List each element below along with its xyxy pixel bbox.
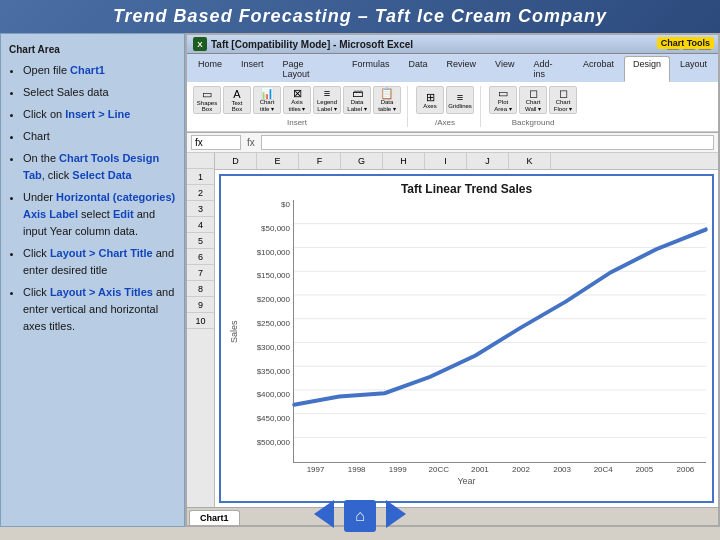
text-box-button[interactable]: A TextBox xyxy=(223,86,251,114)
tab-page-layout[interactable]: Page Layout xyxy=(274,56,343,82)
tab-layout[interactable]: Layout xyxy=(671,56,716,82)
chart-area-label: Chart Area xyxy=(9,42,176,58)
excel-title-left: X Taft [Compatibility Mode] - Microsoft … xyxy=(193,37,413,51)
axis-label: Axistitles ▾ xyxy=(288,99,305,112)
y-tick: $250,000 xyxy=(241,319,293,328)
background-group-label: Background xyxy=(512,118,555,127)
tab-view[interactable]: View xyxy=(486,56,523,82)
list-item: On the Chart Tools Design Tab, click Sel… xyxy=(23,150,176,184)
list-item: Select Sales data xyxy=(23,84,176,101)
ribbon-content: ▭ ShapesBox A TextBox 📊 Charttitle ▾ xyxy=(187,82,718,132)
x-tick: 20C4 xyxy=(583,465,624,474)
y-tick: $0 xyxy=(241,200,293,209)
col-header-k: K xyxy=(509,153,551,169)
tab-data[interactable]: Data xyxy=(400,56,437,82)
gridlines-icon: ≡ xyxy=(457,92,463,103)
shapes-label: ShapesBox xyxy=(197,100,217,112)
insert-group-label: Insert xyxy=(287,118,307,127)
y-axis-ticks: $500,000 $450,000 $400,000 $350,000 $300… xyxy=(241,200,293,463)
background-buttons: ▭ PlotArea ▾ ◻ ChartWall ▾ ◻ ChartFloor … xyxy=(489,86,577,114)
home-button[interactable]: ⌂ xyxy=(344,500,376,532)
data-label-button[interactable]: 🗃 DataLabel ▾ xyxy=(343,86,371,114)
sheet-tab-chart1[interactable]: Chart1 xyxy=(189,510,240,525)
name-box[interactable] xyxy=(191,135,241,150)
list-item: Under Horizontal (categories) Axis Label… xyxy=(23,189,176,240)
col-header-j: J xyxy=(467,153,509,169)
list-item: Click Layout > Chart Title and enter des… xyxy=(23,245,176,279)
axes-buttons: ⊞ Axes ≡ Gridlines xyxy=(416,86,474,114)
row-number: 1 xyxy=(187,169,214,185)
axes-button[interactable]: ⊞ Axes xyxy=(416,86,444,114)
data-label-text: DataLabel ▾ xyxy=(347,99,366,112)
chart-wall-button[interactable]: ◻ ChartWall ▾ xyxy=(519,86,547,114)
tab-addins[interactable]: Add-ins xyxy=(524,56,572,82)
col-header-f: F xyxy=(299,153,341,169)
text-icon: A xyxy=(233,89,240,100)
row-number: 9 xyxy=(187,297,214,313)
col-header-d: D xyxy=(215,153,257,169)
row-number: 2 xyxy=(187,185,214,201)
x-tick: 2006 xyxy=(665,465,706,474)
chart-title-icon: 📊 xyxy=(260,88,274,99)
chart-title-button[interactable]: 📊 Charttitle ▾ xyxy=(253,86,281,114)
col-header-h: H xyxy=(383,153,425,169)
row-number: 3 xyxy=(187,201,214,217)
plot-area-icon: ▭ xyxy=(498,88,508,99)
col-header-e: E xyxy=(257,153,299,169)
tab-insert[interactable]: Insert xyxy=(232,56,273,82)
row-number: 7 xyxy=(187,265,214,281)
spreadsheet-area: 1 2 3 4 5 6 7 8 9 10 D E F G H I J xyxy=(187,153,718,507)
slide-title: Trend Based Forecasting – Taft Ice Cream… xyxy=(0,0,720,33)
x-tick: 1999 xyxy=(377,465,418,474)
col-header-spacer xyxy=(187,153,214,169)
plot-area-button[interactable]: ▭ PlotArea ▾ xyxy=(489,86,517,114)
ribbon-group-axes: ⊞ Axes ≡ Gridlines /Axes xyxy=(416,86,481,127)
spreadsheet-main: D E F G H I J K Taft Linear Trend Sales … xyxy=(215,153,718,507)
main-content: Chart Area Open file Chart1 Select Sales… xyxy=(0,33,720,527)
insert-buttons: ▭ ShapesBox A TextBox 📊 Charttitle ▾ xyxy=(193,86,401,114)
fx-button[interactable]: fx xyxy=(245,137,257,148)
list-item: Click Layout > Axis Titles and enter ver… xyxy=(23,284,176,335)
legend-button[interactable]: ≡ LegendLabel ▾ xyxy=(313,86,341,114)
prev-button[interactable] xyxy=(314,500,334,528)
data-table-button[interactable]: 📋 Datatable ▾ xyxy=(373,86,401,114)
next-button[interactable] xyxy=(386,500,406,528)
chart-floor-button[interactable]: ◻ ChartFloor ▾ xyxy=(549,86,577,114)
text-label: TextBox xyxy=(231,100,242,112)
gridlines-button[interactable]: ≡ Gridlines xyxy=(446,86,474,114)
col-header-g: G xyxy=(341,153,383,169)
y-tick: $50,000 xyxy=(241,224,293,233)
tab-review[interactable]: Review xyxy=(438,56,486,82)
x-tick: 2005 xyxy=(624,465,665,474)
y-tick: $500,000 xyxy=(241,438,293,447)
tab-home[interactable]: Home xyxy=(189,56,231,82)
chart-box[interactable]: Taft Linear Trend Sales Sales $500,000 $… xyxy=(219,174,714,503)
chart-floor-icon: ◻ xyxy=(559,88,568,99)
x-tick: 20CC xyxy=(418,465,459,474)
title-text: Trend Based Forecasting – Taft Ice Cream… xyxy=(113,6,607,26)
row-number: 4 xyxy=(187,217,214,233)
ribbon-group-background: ▭ PlotArea ▾ ◻ ChartWall ▾ ◻ ChartFloor … xyxy=(489,86,583,127)
data-table-label: Datatable ▾ xyxy=(378,99,396,112)
row-number: 8 xyxy=(187,281,214,297)
x-tick: 2003 xyxy=(542,465,583,474)
formula-input[interactable] xyxy=(261,135,714,150)
chart-title-label: Charttitle ▾ xyxy=(260,99,275,112)
col-header-i: I xyxy=(425,153,467,169)
gridlines-label: Gridlines xyxy=(448,103,472,109)
axes-group-label: /Axes xyxy=(435,118,455,127)
axis-titles-button[interactable]: ⊠ Axistitles ▾ xyxy=(283,86,311,114)
chart-plot xyxy=(293,200,706,463)
tab-design[interactable]: Design xyxy=(624,56,670,82)
tab-formulas[interactable]: Formulas xyxy=(343,56,399,82)
x-axis-area: 1997 1998 1999 20CC 2001 2002 2003 20C4 … xyxy=(295,463,706,474)
axes-btn-label: Axes xyxy=(423,103,436,109)
row-headers: 1 2 3 4 5 6 7 8 9 10 xyxy=(187,153,215,507)
legend-label: LegendLabel ▾ xyxy=(317,99,337,112)
chart-wall-label: ChartWall ▾ xyxy=(525,99,541,112)
chart-container: Taft Linear Trend Sales Sales $500,000 $… xyxy=(215,170,718,507)
excel-window: X Taft [Compatibility Mode] - Microsoft … xyxy=(185,33,720,527)
shapes-box-button[interactable]: ▭ ShapesBox xyxy=(193,86,221,114)
chart-area: Sales $500,000 $450,000 $400,000 $350,00… xyxy=(227,200,706,463)
tab-acrobat[interactable]: Acrobat xyxy=(574,56,623,82)
